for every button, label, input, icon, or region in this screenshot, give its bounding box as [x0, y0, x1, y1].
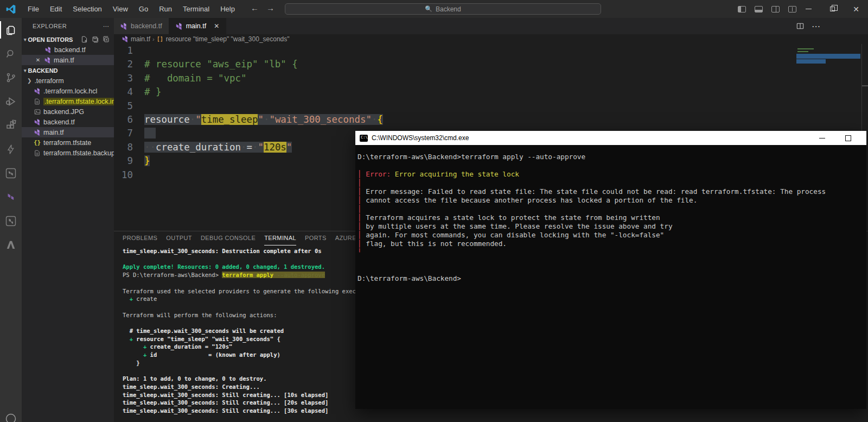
activity-azure[interactable]: [0, 233, 22, 257]
code-line: 3# domain = "vpc": [114, 72, 868, 85]
cmd-line: │: [358, 205, 866, 213]
code-line: 6resource·"time_sleep"·"wait_300_seconds…: [114, 113, 868, 127]
line-number: 6: [114, 113, 144, 127]
menu-go[interactable]: Go: [134, 3, 153, 15]
menu-help[interactable]: Help: [215, 3, 240, 15]
tab-backend-tf[interactable]: backend.tf: [114, 18, 169, 34]
line-number: 7: [114, 127, 144, 140]
activity-thunder-client[interactable]: [0, 137, 22, 161]
forward-arrow-icon[interactable]: →: [266, 3, 275, 12]
split-editor-icon[interactable]: [796, 22, 804, 30]
code-line: 4# }: [114, 85, 868, 99]
terraform-file-icon: [176, 23, 183, 30]
line-number: 1: [114, 44, 144, 58]
minimize-button[interactable]: [796, 0, 820, 18]
menu-file[interactable]: File: [23, 3, 44, 15]
panel-tab-azure[interactable]: AZURE: [335, 235, 356, 245]
file-label: main.tf: [43, 129, 64, 136]
open-editors-section[interactable]: ▾ OPEN EDITORS: [22, 34, 114, 45]
cmd-window[interactable]: C:\WINDOWS\system32\cmd.exe D:\terraform…: [355, 131, 866, 409]
explorer-more-actions-icon[interactable]: ⋯: [103, 23, 110, 30]
activity-source-control[interactable]: [0, 66, 22, 90]
activity-hashicorp[interactable]: [0, 185, 22, 209]
menu-edit[interactable]: Edit: [45, 3, 67, 15]
activity-search[interactable]: [0, 42, 22, 66]
close-editor-icon[interactable]: ✕: [35, 57, 41, 63]
tree-item-backend-jpg[interactable]: backend.JPG: [22, 106, 114, 117]
breadcrumb-symbol[interactable]: resource "time_sleep" "wait_300_seconds": [166, 35, 290, 43]
cmd-line: │ again. For most commands, you can disa…: [358, 231, 866, 240]
tree-item-terraform-folder[interactable]: ❯ .terraform: [22, 75, 114, 86]
account-icon[interactable]: [0, 412, 22, 422]
activity-explorer[interactable]: [0, 18, 22, 42]
menu-selection[interactable]: Selection: [68, 3, 106, 15]
file-label: backend.JPG: [43, 108, 84, 116]
file-label: main.tf: [54, 56, 74, 64]
activity-terraform[interactable]: [0, 161, 22, 185]
run-and-debug-icon: [4, 95, 17, 108]
activity-terraform-cloud[interactable]: [0, 209, 22, 233]
tree-item-terraform-lock-hcl[interactable]: .terraform.lock.hcl: [22, 86, 114, 96]
file-label: .terraform.tfstate.lock.info: [43, 98, 122, 105]
line-number: 3: [114, 72, 144, 85]
toggle-panel-icon[interactable]: [755, 6, 763, 12]
command-center-search[interactable]: 🔍 Backend: [285, 3, 601, 15]
customize-layout-icon[interactable]: [788, 6, 796, 12]
open-editor-main-tf[interactable]: ✕ main.tf: [22, 55, 114, 65]
line-number: 4: [114, 85, 144, 99]
tree-item-main-tf[interactable]: main.tf: [22, 127, 114, 137]
panel-tab-output[interactable]: OUTPUT: [166, 235, 192, 245]
cmd-line: │ flag, but this is not recommended.: [358, 240, 866, 248]
overview-ruler-mark: [862, 85, 868, 86]
panel-tab-problems[interactable]: PROBLEMS: [123, 235, 157, 245]
cmd-line: │: [358, 179, 866, 187]
cmd-line: [358, 266, 866, 274]
terraform-cloud-boxed-icon: [4, 215, 17, 228]
close-tab-icon[interactable]: ✕: [214, 22, 219, 30]
open-editor-backend-tf[interactable]: backend.tf: [22, 45, 114, 55]
cmd-line: D:\terraform-aws\Backend>: [358, 274, 866, 283]
toggle-secondary-sidebar-icon[interactable]: [771, 6, 780, 12]
tab-main-tf[interactable]: main.tf ✕: [169, 18, 227, 34]
terraform-file-icon: [34, 87, 41, 95]
search-icon: [4, 47, 17, 60]
code-line: 1: [114, 44, 868, 58]
breadcrumb-file[interactable]: main.tf: [131, 35, 150, 43]
panel-tab-ports[interactable]: PORTS: [305, 235, 327, 245]
back-arrow-icon[interactable]: ←: [251, 3, 259, 12]
cmd-maximize-button[interactable]: [837, 131, 859, 145]
image-file-icon: [34, 108, 41, 115]
activity-run-debug[interactable]: [0, 90, 22, 114]
menu-terminal[interactable]: Terminal: [178, 3, 214, 15]
cmd-output[interactable]: D:\terraform-aws\Backend>terraform apply…: [355, 145, 866, 409]
cmd-line: │ Error message: Failed to read state fi…: [358, 187, 866, 196]
tree-item-tfstate-lock-info[interactable]: .terraform.tfstate.lock.info: [22, 96, 114, 106]
menu-run[interactable]: Run: [154, 3, 177, 15]
line-number: 2: [114, 58, 144, 71]
cmd-line: │ Error: Error acquiring the state lock: [358, 170, 866, 179]
breadcrumb[interactable]: main.tf › resource "time_sleep" "wait_30…: [114, 34, 868, 44]
activity-extensions[interactable]: [0, 114, 22, 137]
save-all-icon[interactable]: [92, 36, 99, 43]
panel-tab-debug-console[interactable]: DEBUG CONSOLE: [201, 235, 256, 245]
panel-tab-terminal[interactable]: TERMINAL: [264, 235, 296, 245]
tree-item-terraform-tfstate[interactable]: {} terraform.tfstate: [22, 137, 114, 148]
restore-button[interactable]: [820, 0, 844, 18]
cmd-minimize-button[interactable]: [811, 131, 833, 145]
line-number: 5: [114, 99, 144, 113]
close-all-editors-icon[interactable]: [103, 36, 110, 43]
close-button[interactable]: ✕: [844, 0, 868, 18]
search-icon: 🔍: [425, 5, 432, 12]
folder-section[interactable]: ▾ BACKEND: [22, 65, 114, 75]
file-label: terraform.tfstate: [43, 139, 91, 147]
cmd-line: │ by multiple users at the same time. Pl…: [358, 222, 866, 231]
new-untitled-file-icon[interactable]: [81, 36, 88, 43]
cmd-title-bar[interactable]: C:\WINDOWS\system32\cmd.exe: [355, 131, 866, 145]
menu-view[interactable]: View: [108, 3, 133, 15]
tree-item-backend-tf[interactable]: backend.tf: [22, 117, 114, 127]
editor-more-actions-icon[interactable]: ⋯: [812, 21, 820, 32]
toggle-sidebar-icon[interactable]: [738, 6, 746, 12]
tree-item-tfstate-backup[interactable]: terraform.tfstate.backup: [22, 148, 114, 158]
line-number: 8: [114, 141, 144, 154]
minimap[interactable]: [782, 46, 861, 71]
